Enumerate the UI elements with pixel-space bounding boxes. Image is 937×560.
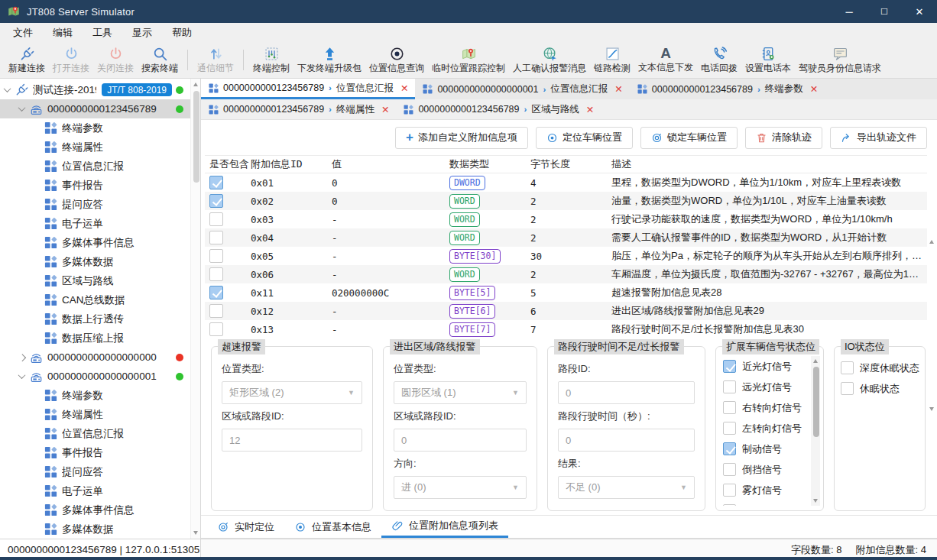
checkbox[interactable] [723, 380, 736, 393]
toolbar-phone-callback[interactable]: 电话回拨 [697, 44, 741, 76]
checkbox[interactable] [723, 504, 736, 506]
tab-close-icon[interactable]: ✕ [810, 83, 818, 95]
toolbar-text-send[interactable]: A 文本信息下发 [634, 44, 697, 76]
toolbar-search-terminal[interactable]: 搜索终端 [138, 44, 182, 76]
tab-location-report-2[interactable]: 0000000000000000001 › 位置信息汇报 ✕ [415, 79, 629, 99]
add-custom-extra-info-button[interactable]: + 添加自定义附加信息项 [395, 127, 528, 149]
table-row[interactable]: 0x06 - WORD 2 车厢温度，单位为摄氏度，取值范围为-32767 - … [205, 265, 927, 283]
toolbar-new-connection[interactable]: 新建连接 [5, 44, 49, 76]
scroll-down-icon[interactable] [929, 407, 934, 411]
table-row[interactable]: 0x11 020000000C BYTE[5] 5 超速报警附加信息见表28 [205, 283, 927, 302]
lock-vehicle-button[interactable]: 锁定车辆位置 [640, 127, 738, 149]
tree-item[interactable]: 多媒体数据 [0, 252, 190, 271]
menu-view[interactable]: 显示 [122, 23, 162, 43]
toolbar-open-connection[interactable]: 打开连接 [49, 44, 93, 76]
tab-close-icon[interactable]: ✕ [614, 83, 622, 95]
row-include-checkbox[interactable] [209, 249, 223, 263]
toolbar-location-query[interactable]: 位置信息查询 [365, 44, 428, 76]
area-id-input[interactable]: 0 [394, 429, 527, 452]
table-row[interactable]: 0x12 - BYTE[6] 6 进出区域/路线报警附加信息见表29 [205, 302, 927, 320]
table-row[interactable]: 0x03 - WORD 2 行驶记录功能获取的速度，数据类型为WORD，单位为1… [205, 210, 927, 228]
expander-chevron-icon[interactable] [18, 371, 26, 379]
tree-item[interactable]: 多媒体数据 [0, 520, 190, 539]
expander-chevron-icon[interactable] [4, 85, 11, 92]
bottom-tab-extra-info-list[interactable]: 位置附加信息项列表 [381, 516, 508, 538]
toolbar-manual-confirm-alarm[interactable]: 人工确认报警消息 [509, 44, 590, 76]
checkbox[interactable] [723, 360, 736, 373]
overspeed-area-id-input[interactable]: 12 [222, 429, 362, 452]
row-include-checkbox[interactable] [209, 304, 223, 318]
tree-item[interactable]: 测试连接-2019 JT/T 808-2019 [0, 80, 190, 99]
tree-item[interactable]: 0000000000123456789 [0, 99, 190, 118]
scroll-up-icon[interactable] [929, 240, 934, 244]
tree-item[interactable]: 终端属性 [0, 138, 190, 157]
tree-item[interactable]: 区域与路线 [0, 271, 190, 290]
scroll-down-icon[interactable] [813, 499, 818, 503]
tree-item[interactable]: 终端属性 [0, 405, 190, 424]
tree-item[interactable]: 提问应答 [0, 195, 190, 214]
signals-scrollbar[interactable] [811, 356, 820, 506]
table-row[interactable]: 0x05 - BYTE[30] 30 胎压，单位为Pa，标定轮子的顺序为从车头开… [205, 247, 927, 265]
row-include-checkbox[interactable] [209, 322, 223, 336]
scroll-up-icon[interactable] [193, 83, 198, 86]
menu-file[interactable]: 文件 [3, 23, 43, 43]
row-include-checkbox[interactable] [209, 194, 223, 208]
tab-terminal-attrs[interactable]: 0000000000123456789 › 终端属性 ✕ [201, 99, 396, 119]
toolbar-comm-detail[interactable]: 通信细节 [193, 44, 238, 76]
toolbar-terminal-control[interactable]: 终端控制 [249, 44, 293, 76]
toolbar-driver-id-request[interactable]: 驾驶员身份信息请求 [795, 44, 885, 76]
table-row[interactable]: 0x01 0 DWORD 4 里程，数据类型为DWORD，单位为1/10km，对… [205, 173, 927, 192]
table-row[interactable]: 0x04 - WORD 2 需要人工确认报警事件的ID，数据类型为WORD，从1… [205, 228, 927, 247]
expander-chevron-icon[interactable] [18, 354, 26, 361]
header-data-type[interactable]: 数据类型 [449, 157, 530, 171]
row-include-checkbox[interactable] [209, 231, 223, 244]
tree-item[interactable]: 终端参数 [0, 118, 190, 138]
checkbox-row[interactable]: 近光灯信号 [723, 356, 808, 377]
toolbar-send-upgrade-package[interactable]: 下发终端升级包 [293, 44, 365, 76]
tree-item[interactable]: 0000000000000000000 [0, 348, 190, 367]
result-select[interactable]: 不足 (0) ▼ [558, 476, 695, 499]
tab-close-icon[interactable]: ✕ [400, 83, 408, 94]
checkbox-row[interactable]: 制动信号 [723, 439, 808, 459]
toolbar-link-test[interactable]: 链路检测 [590, 44, 634, 76]
tab-location-report-1[interactable]: 0000000000123456789 › 位置信息汇报 ✕ [201, 79, 415, 99]
menu-edit[interactable]: 编辑 [43, 23, 83, 43]
checkbox-row[interactable]: 右转向灯信号 [723, 397, 808, 418]
direction-select[interactable]: 进 (0) ▼ [394, 476, 527, 499]
checkbox[interactable] [723, 442, 736, 455]
checkbox-row[interactable]: 倒挡信号 [723, 459, 808, 480]
maximize-button[interactable]: ☐ [867, 0, 902, 23]
table-row[interactable]: 0x02 0 WORD 2 油量，数据类型为WORD，单位为1/10L，对应车上… [205, 192, 927, 210]
header-description[interactable]: 描述 [611, 157, 927, 171]
toolbar-temp-track-control[interactable]: 临时位置跟踪控制 [428, 44, 509, 76]
checkbox[interactable] [723, 463, 736, 476]
checkbox[interactable] [841, 382, 854, 395]
row-include-checkbox[interactable] [209, 286, 223, 299]
area-position-type-select[interactable]: 圆形区域 (1) ▼ [394, 381, 527, 404]
toolbar-close-connection[interactable]: 关闭连接 [93, 44, 138, 76]
overspeed-position-type-select[interactable]: 矩形区域 (2) ▼ [222, 381, 362, 404]
tree-item[interactable]: 电子运单 [0, 214, 190, 233]
tree-item[interactable]: 事件报告 [0, 443, 190, 462]
tree-item[interactable]: 事件报告 [0, 176, 190, 195]
checkbox-row[interactable]: 雾灯信号 [723, 480, 808, 500]
tree-item[interactable]: 位置信息汇报 [0, 157, 190, 176]
checkbox[interactable] [723, 484, 736, 497]
tree-item[interactable]: 多媒体事件信息 [0, 500, 190, 520]
close-button[interactable]: ✕ [902, 0, 937, 23]
sidebar-scrollbar[interactable] [190, 79, 200, 539]
checkbox[interactable] [723, 422, 736, 435]
tree-item[interactable]: 0000000000000000001 [0, 367, 190, 386]
menu-help[interactable]: 帮助 [162, 23, 202, 43]
tree-item[interactable]: 终端参数 [0, 386, 190, 405]
header-byte-length[interactable]: 字节长度 [530, 157, 611, 171]
minimize-button[interactable]: ─ [832, 0, 867, 23]
tree-item[interactable]: 数据压缩上报 [0, 329, 190, 348]
tree-item[interactable]: 电子运单 [0, 481, 190, 500]
table-scrollbar[interactable] [927, 234, 937, 417]
menu-tools[interactable]: 工具 [83, 23, 122, 43]
tree-item[interactable]: 提问应答 [0, 462, 190, 481]
header-value[interactable]: 值 [332, 157, 449, 171]
header-extra-info-id[interactable]: 附加信息ID [251, 157, 332, 171]
tree-item[interactable]: 多媒体事件信息 [0, 233, 190, 252]
